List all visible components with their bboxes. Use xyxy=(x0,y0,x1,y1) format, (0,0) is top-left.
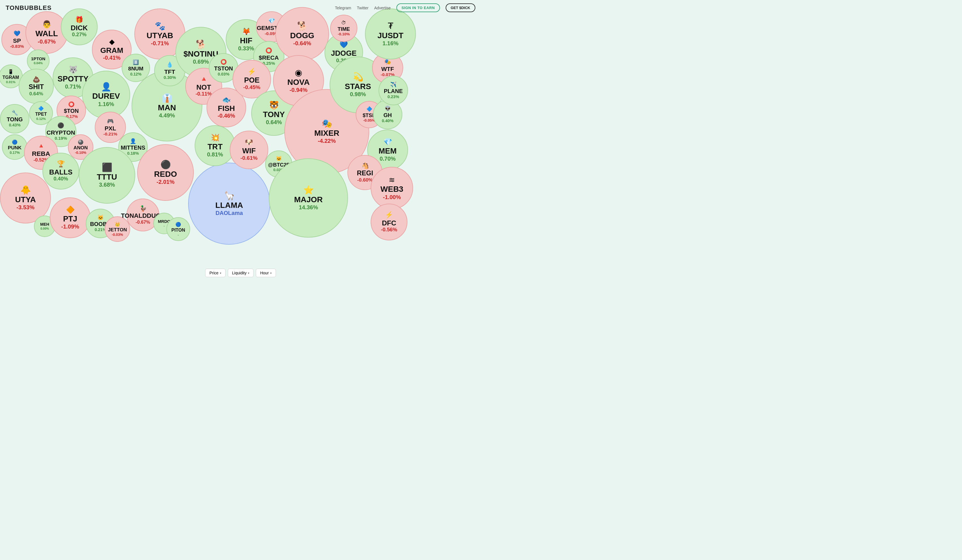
nav-telegram[interactable]: Telegram xyxy=(335,6,352,10)
bubble-name-reba: REBA xyxy=(32,150,50,157)
bubble-pct-balls: 0.40% xyxy=(53,176,68,182)
bubble-name-jetton: JETTON xyxy=(108,227,127,233)
bubble-pct-fish: -0.46% xyxy=(218,113,235,119)
bubble-punk[interactable]: 🔵PUNK0.17% xyxy=(2,134,27,160)
bubble-pct-dfc: -0.56% xyxy=(381,227,397,233)
nav-links: Telegram Twitter Advertise SIGN IN TO EA… xyxy=(335,3,475,12)
bubble-tong[interactable]: 🔧TONG0.43% xyxy=(0,104,29,134)
bubble-icon-punk: 🔵 xyxy=(12,139,18,145)
bubble-pct-major: 14.36% xyxy=(299,204,318,211)
bubble-name-llama: LLAMA xyxy=(215,201,243,210)
bubble-icon-regi: 🐴 xyxy=(361,162,369,169)
bubble-icon-wall: 👨 xyxy=(42,20,51,29)
bubble-time[interactable]: ⏱TIME-0.10% xyxy=(330,15,357,42)
bubble-pct-stars: 0.98% xyxy=(350,91,366,98)
bubble-icon-btc25: 🐱 xyxy=(276,156,282,162)
bubble-pct-crypton: 0.19% xyxy=(55,136,67,141)
bubble-name-regi: REGI xyxy=(357,170,373,177)
bubble-llama[interactable]: 🦙LLAMADAOLama xyxy=(188,163,270,245)
bubble-name-fish: FISH xyxy=(218,105,235,113)
bubble-icon-man: 👔 xyxy=(162,93,172,103)
bubble-icon-trt: 💥 xyxy=(211,134,219,142)
bubble-name-nova: NOVA xyxy=(287,78,310,87)
bubble-name-mixer: MIXER xyxy=(314,129,339,138)
bubble-name-redo: REDO xyxy=(154,170,177,179)
bubble-name-poe: POE xyxy=(244,76,260,84)
bubble-name-utya: UTYA xyxy=(15,195,36,204)
bubble-plane[interactable]: ✈️PLANE0.23% xyxy=(379,76,408,105)
bubble-pct-tgram: 0.01% xyxy=(6,80,15,84)
bubble-icon-redo: ⚫ xyxy=(161,160,170,169)
bubble-icon-8num: 8️⃣ xyxy=(133,59,139,65)
bubble-pct-trt: 0.81% xyxy=(207,151,223,158)
bubble-icon-jetton: 👑 xyxy=(115,221,120,227)
bubble-icon-jusdt: ₮ xyxy=(386,21,395,31)
bubble-name-tft: TFT xyxy=(165,68,175,75)
hour-filter-button[interactable]: Hour xyxy=(256,269,276,277)
nav-twitter[interactable]: Twitter xyxy=(357,6,368,10)
bubble-pct-ptj: -1.09% xyxy=(61,223,79,230)
bubble-pct-shit: 0.64% xyxy=(29,91,43,97)
bubble-icon-tony: 🐯 xyxy=(270,101,278,110)
bubble-jusdt[interactable]: ₮JUSDT1.16% xyxy=(365,8,416,60)
bubble-shit[interactable]: 💩SHIT0.64% xyxy=(19,69,54,104)
bubble-name-sreca: $RECA xyxy=(259,54,279,61)
bubble-pct-nova: -0.94% xyxy=(289,87,307,93)
bubble-icon-crypton: ⚫ xyxy=(57,122,64,129)
bubble-ptj[interactable]: 🔶PTJ-1.09% xyxy=(50,198,90,238)
bubble-major[interactable]: ⭐MAJOR14.36% xyxy=(269,158,348,238)
bubble-name-utyab: UTYAB xyxy=(147,31,173,40)
bubble-pct-jusdt: 1.16% xyxy=(383,40,399,47)
bubble-pct-tpet: 0.12% xyxy=(36,117,45,121)
bubble-jetton[interactable]: 👑JETTON-0.03% xyxy=(105,216,130,242)
bubble-pct-utya: -3.53% xyxy=(16,204,34,211)
bubble-pct-punk: 0.17% xyxy=(10,151,20,155)
header: TONBUBBLES Telegram Twitter Advertise SI… xyxy=(0,0,481,16)
bubble-icon-gemston: 💎 xyxy=(268,18,275,24)
bubble-icon-sreca: ⭕ xyxy=(265,47,272,54)
bubble-name-crypton: CRYPTON xyxy=(47,129,75,136)
bubble-name-gram: GRAM xyxy=(100,47,123,55)
bubble-name-1pton: 1PTON xyxy=(31,56,45,61)
bubble-piton[interactable]: 🔵PITON- xyxy=(166,217,190,241)
bubble-icon-stars: 💫 xyxy=(353,72,363,82)
get-dick-button[interactable]: GET $DICK xyxy=(445,3,475,12)
bubble-durev[interactable]: 👤DUREV1.16% xyxy=(82,71,130,119)
bubble-pct-tong: 0.43% xyxy=(9,123,20,127)
bubble-dfc[interactable]: ⚡DFC-0.56% xyxy=(371,204,407,240)
bubble-balls[interactable]: 🏆BALLS0.40% xyxy=(42,153,79,190)
bubble-name-piton: PITON xyxy=(171,228,185,233)
bubble-wif[interactable]: 🐶WIF-0.61% xyxy=(230,131,268,169)
bubble-icon-fish: 🐟 xyxy=(223,96,231,104)
bubble-pct-meh: 0.00% xyxy=(40,227,49,230)
bubble-pct-jetton: -0.03% xyxy=(112,233,123,237)
bubble-icon-gh: 👽 xyxy=(384,106,391,112)
bubble-icon-utyab: 🐾 xyxy=(155,21,165,31)
liquidity-filter-button[interactable]: Liquidity xyxy=(228,269,253,277)
bubble-icon-pxl: 🎮 xyxy=(107,118,113,124)
bubble-icon-shit: 💩 xyxy=(32,76,40,83)
bubble-icon-web3: ≋ xyxy=(387,175,396,184)
bubble-redo[interactable]: ⚫REDO-2.01% xyxy=(137,144,194,201)
bubble-trt[interactable]: 💥TRT0.81% xyxy=(195,125,236,166)
bubble-tttu[interactable]: ⬛TTTU3.68% xyxy=(79,147,135,204)
bubble-icon-hif: 🦊 xyxy=(242,27,250,35)
bubble-web3[interactable]: ≋WEB3-1.00% xyxy=(371,167,413,209)
bubble-name-stars: STARS xyxy=(345,82,371,91)
bubble-icon-dogg: 🐕 xyxy=(297,21,307,31)
bubble-name-tong: TONG xyxy=(7,116,23,123)
bubble-icon-plane: ✈️ xyxy=(390,82,396,88)
bubble-icon-durev: 👤 xyxy=(101,82,111,92)
price-filter-button[interactable]: Price xyxy=(205,269,226,277)
bubble-8num[interactable]: 8️⃣8NUM0.12% xyxy=(122,54,150,82)
bubble-icon-mittens: 👤 xyxy=(130,138,136,144)
bubble-icon-not: 🔺 xyxy=(200,75,208,83)
bubble-name-plane: PLANE xyxy=(384,88,403,95)
bubble-pct-piton: - xyxy=(178,233,179,237)
bubble-icon-mem: 💎 xyxy=(383,138,392,146)
bubbles-container: 💙SP-0.83%👨WALL-0.67%🎁DICK0.27%1PTON0.04%… xyxy=(0,0,481,280)
bubble-pct-spotty: 0.71% xyxy=(65,83,81,90)
bubble-pct-poe: -0.45% xyxy=(243,84,260,91)
nav-advertise[interactable]: Advertise xyxy=(374,6,391,10)
sign-in-button[interactable]: SIGN IN TO EARN xyxy=(396,3,440,12)
